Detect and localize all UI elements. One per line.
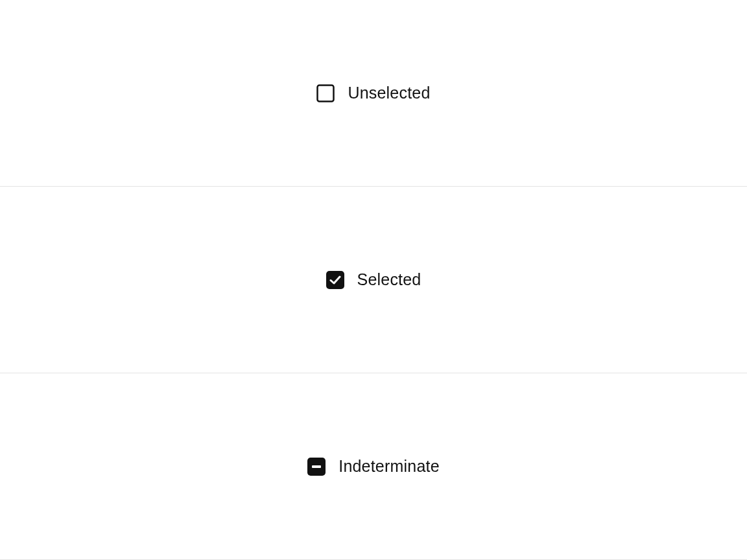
checkbox-box-unselected-icon	[316, 84, 335, 102]
checkbox-label: Unselected	[348, 85, 430, 101]
svg-rect-0	[318, 85, 334, 101]
checkbox-state-row-indeterminate: Indeterminate	[0, 373, 747, 560]
svg-rect-3	[312, 465, 321, 468]
checkbox-state-row-unselected: Unselected	[0, 0, 747, 187]
checkbox-label: Selected	[357, 272, 421, 288]
svg-rect-1	[326, 271, 344, 289]
checkbox-indeterminate[interactable]: Indeterminate	[307, 458, 439, 476]
checkbox-state-row-selected: Selected	[0, 187, 747, 373]
checkbox-label: Indeterminate	[338, 458, 439, 474]
checkbox-box-selected-icon	[326, 271, 344, 289]
checkbox-selected[interactable]: Selected	[326, 271, 421, 289]
checkbox-box-indeterminate-icon	[307, 458, 326, 476]
checkbox-unselected[interactable]: Unselected	[316, 84, 430, 102]
